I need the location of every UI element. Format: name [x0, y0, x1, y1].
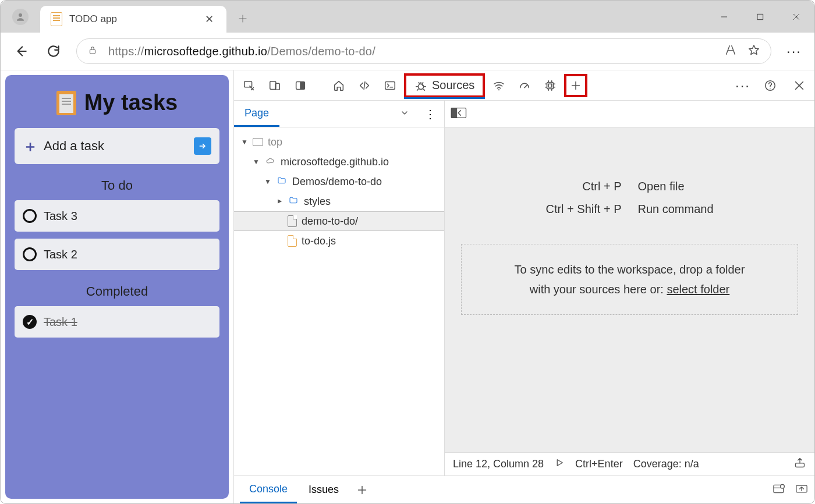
editor-body[interactable]: Ctrl + P Open file Ctrl + Shift + P Run … — [445, 127, 814, 452]
dock-side-button[interactable] — [289, 74, 312, 97]
navigator-page-tab[interactable]: Page — [234, 101, 279, 127]
lock-icon — [87, 45, 98, 58]
devtools-help-button[interactable] — [759, 74, 782, 97]
file-js-icon — [288, 235, 297, 247]
submit-task-button[interactable] — [194, 137, 211, 155]
tree-node-folder[interactable]: ▼Demos/demo-to-do — [234, 172, 444, 191]
memory-tab-button[interactable] — [538, 74, 562, 97]
favorite-button[interactable] — [747, 44, 760, 59]
network-tab-button[interactable] — [487, 74, 511, 97]
devtools-close-button[interactable] — [788, 74, 811, 97]
tab-close-button[interactable]: ✕ — [203, 10, 216, 28]
editor-pane: Ctrl + P Open file Ctrl + Shift + P Run … — [445, 101, 814, 475]
dock-drawer-icon — [795, 483, 809, 495]
kebab-icon: ⋮ — [424, 108, 436, 120]
plus-icon: ＋ — [23, 136, 38, 157]
url-text: https://microsoftedge.github.io/Demos/de… — [108, 45, 375, 58]
clipboard-icon — [51, 12, 62, 26]
tab-title: TODO app — [69, 13, 196, 25]
plus-icon — [569, 79, 582, 92]
maximize-button[interactable] — [742, 1, 778, 33]
devtools-tabstrip: Sources ··· — [234, 70, 814, 101]
minimize-button[interactable] — [706, 1, 742, 33]
navigator-more-tabs[interactable] — [393, 108, 416, 120]
address-bar[interactable]: https://microsoftedge.github.io/Demos/de… — [76, 38, 771, 64]
tree-node-file-js[interactable]: to-do.js — [234, 231, 444, 251]
plus-icon — [356, 484, 368, 496]
section-heading-completed: Completed — [15, 284, 219, 299]
chevron-down-icon — [400, 108, 409, 118]
workspace-dropzone[interactable]: To sync edits to the workspace, drop a f… — [461, 244, 798, 315]
plus-icon — [238, 13, 248, 24]
reload-button[interactable] — [44, 41, 63, 61]
show-coverage-button[interactable] — [793, 457, 806, 471]
run-shortcut: Ctrl+Enter — [575, 458, 623, 470]
editor-statusbar: Line 12, Column 28 Ctrl+Enter Coverage: … — [445, 452, 814, 475]
reload-icon — [46, 44, 61, 59]
console-tab-button[interactable] — [378, 74, 402, 97]
navigator-menu[interactable]: ⋮ — [416, 107, 444, 121]
issues-icon — [773, 483, 786, 495]
close-icon — [793, 79, 806, 92]
read-aloud-button[interactable] — [724, 44, 737, 59]
drawer-tab-issues[interactable]: Issues — [299, 476, 348, 503]
sources-tab-button[interactable]: Sources — [404, 73, 485, 98]
tree-node-file-html[interactable]: demo-to-do/ — [234, 211, 444, 231]
drawer-button-b[interactable] — [795, 483, 809, 497]
dock-icon — [294, 79, 307, 92]
shortcut-action: Open file — [638, 180, 815, 193]
welcome-tab-button[interactable] — [327, 74, 350, 97]
bug-icon — [414, 79, 427, 92]
devtools-menu-button[interactable]: ··· — [733, 77, 753, 94]
task-label: Task 2 — [44, 248, 77, 261]
task-item[interactable]: Task 3 — [15, 200, 219, 232]
checkbox-unchecked-icon[interactable] — [23, 247, 37, 261]
add-task-label: Add a task — [44, 139, 188, 154]
close-icon — [792, 12, 801, 22]
tree-node-top[interactable]: ▼top — [234, 132, 444, 152]
help-icon — [764, 79, 777, 92]
new-tab-button[interactable] — [231, 7, 254, 30]
arrow-left-icon — [13, 44, 29, 59]
task-label: Task 1 — [44, 315, 77, 329]
drawer-tab-console[interactable]: Console — [240, 476, 297, 503]
svg-rect-1 — [757, 14, 763, 19]
tree-node-subfolder[interactable]: ▼styles — [234, 191, 444, 211]
performance-tab-button[interactable] — [513, 74, 536, 97]
inspect-element-button[interactable] — [238, 74, 261, 97]
navigator-tabstrip: Page ⋮ — [234, 101, 444, 127]
cursor-position: Line 12, Column 28 — [453, 458, 544, 470]
drawer-button-a[interactable] — [773, 483, 786, 497]
checkbox-checked-icon[interactable] — [23, 315, 37, 329]
svg-rect-8 — [385, 81, 395, 89]
svg-rect-16 — [452, 108, 457, 118]
elements-tab-button[interactable] — [353, 74, 376, 97]
add-task-row[interactable]: ＋ Add a task — [15, 128, 219, 164]
select-folder-link[interactable]: select folder — [667, 283, 729, 296]
app-menu-button[interactable]: ··· — [784, 43, 804, 59]
close-window-button[interactable] — [778, 1, 814, 33]
task-label: Task 3 — [44, 210, 77, 223]
tree-node-origin[interactable]: ▼microsoftedge.github.io — [234, 152, 444, 172]
back-button[interactable] — [11, 41, 31, 61]
svg-rect-11 — [547, 82, 554, 88]
folder-icon — [288, 196, 299, 208]
task-item-completed[interactable]: Task 1 — [15, 306, 219, 338]
file-icon — [288, 215, 297, 227]
coverage-status: Coverage: n/a — [633, 458, 699, 470]
run-snippet-button[interactable] — [554, 457, 565, 471]
page-viewport: My tasks ＋ Add a task To do Task 3 Task … — [1, 70, 233, 503]
browser-tab[interactable]: TODO app ✕ — [40, 6, 226, 33]
section-heading-todo: To do — [15, 178, 219, 193]
checkbox-unchecked-icon[interactable] — [23, 209, 37, 223]
profile-avatar[interactable] — [12, 9, 29, 25]
star-icon — [747, 44, 760, 56]
device-toolbar-button[interactable] — [263, 74, 286, 97]
read-aloud-icon — [724, 44, 737, 56]
task-item[interactable]: Task 2 — [15, 239, 219, 270]
play-icon — [554, 457, 565, 468]
more-tabs-button[interactable] — [564, 74, 587, 97]
arrow-right-icon — [198, 141, 207, 151]
toggle-navigator-button[interactable] — [451, 107, 467, 121]
drawer-add-tab[interactable] — [350, 478, 374, 502]
